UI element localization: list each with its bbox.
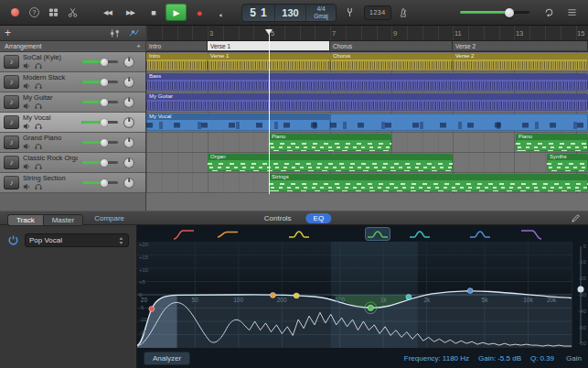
plugin-power-button[interactable] [7, 234, 19, 246]
track-pan-knob[interactable] [123, 178, 134, 189]
eq-band-3-button[interactable] [287, 228, 311, 240]
mute-button[interactable] [23, 103, 30, 110]
volume-thumb[interactable] [101, 59, 108, 66]
timeline-empty-area[interactable] [146, 193, 588, 211]
mute-button[interactable] [23, 183, 30, 190]
track-lane-my-guitar[interactable]: My Guitar [146, 92, 588, 113]
solo-button[interactable] [35, 163, 42, 170]
volume-thumb[interactable] [101, 79, 108, 86]
track-pan-knob[interactable] [123, 97, 134, 108]
tab-master[interactable]: Master [43, 214, 83, 226]
region-organ[interactable]: Organ [208, 154, 453, 171]
track-pan-knob[interactable] [123, 77, 134, 88]
track-volume-slider[interactable] [81, 161, 118, 164]
track-volume-slider[interactable] [81, 81, 118, 83]
forward-button[interactable]: ▶▶ [120, 4, 141, 21]
stop-button[interactable]: ■ [143, 4, 164, 21]
loop-browser-button[interactable] [540, 5, 558, 21]
mixer-button[interactable] [108, 25, 122, 41]
solo-button[interactable] [35, 143, 42, 150]
master-volume-slider[interactable] [460, 5, 529, 21]
cycle-button[interactable] [211, 4, 232, 21]
view-tab-eq[interactable]: EQ [306, 213, 332, 223]
view-tab-controls[interactable]: Controls [257, 213, 299, 223]
playhead[interactable] [269, 29, 270, 194]
media-browser-button[interactable] [563, 5, 581, 21]
region-verse-2[interactable]: Verse 2 [453, 53, 588, 70]
track-header-socal-kyle[interactable]: ♪ SoCal (Kyle) [0, 52, 145, 72]
add-track-button[interactable]: + [5, 27, 11, 38]
track-volume-slider[interactable] [81, 101, 118, 103]
arrangement-marker-verse-2[interactable]: Verse 2 [453, 41, 588, 50]
record-button[interactable]: ● [188, 4, 209, 21]
track-pan-knob[interactable] [123, 117, 134, 128]
solo-button[interactable] [35, 103, 42, 110]
edit-button[interactable] [571, 213, 581, 223]
region[interactable] [330, 114, 588, 131]
solo-button[interactable] [35, 123, 42, 130]
eq-band-1-button[interactable] [172, 228, 196, 240]
region-my-guitar[interactable]: My Guitar [146, 93, 588, 111]
track-lane-socal-kyle[interactable]: IntroVerse 1ChorusVerse 2 [146, 52, 588, 72]
mute-button[interactable] [23, 123, 30, 130]
track-lane-my-vocal[interactable]: My Vocal [146, 113, 588, 133]
quick-help-button[interactable]: ? [25, 5, 44, 21]
volume-thumb[interactable] [101, 159, 108, 167]
region-piano[interactable]: Piano [269, 134, 391, 151]
track-volume-slider[interactable] [81, 141, 118, 144]
eq-band-7-button[interactable] [519, 228, 543, 240]
region-strings[interactable]: Strings [269, 174, 588, 191]
track-header-classic-rock-organ[interactable]: ♪ Classic Rock Organ [0, 153, 145, 173]
eq-output-gain-slider[interactable]: 0-10-20-30-40-50-60 [572, 242, 588, 348]
tuner-button[interactable] [341, 5, 358, 21]
volume-thumb[interactable] [101, 179, 108, 187]
volume-thumb[interactable] [505, 8, 514, 17]
automation-button[interactable] [127, 25, 141, 41]
eq-graph[interactable]: 20501002005001k2k5k10k20k+20+15+10+50-5-… [137, 242, 572, 348]
eq-band-4-button[interactable] [366, 228, 390, 240]
track-lane-classic-rock-organ[interactable]: OrganSynths [146, 153, 588, 173]
play-button[interactable]: ▶ [166, 4, 187, 21]
tab-track[interactable]: Track [7, 214, 43, 226]
volume-thumb[interactable] [101, 139, 108, 146]
track-pan-knob[interactable] [123, 57, 134, 68]
track-pan-knob[interactable] [123, 157, 134, 168]
mute-button[interactable] [23, 163, 30, 170]
region-bass[interactable]: Bass [146, 73, 588, 91]
count-in-button[interactable]: 1234 [364, 5, 391, 20]
analyzer-button[interactable]: Analyzer [144, 352, 190, 365]
editors-button[interactable] [63, 5, 82, 21]
arrangement-marker-intro[interactable]: Intro [146, 41, 208, 50]
close-window-button[interactable] [5, 5, 25, 21]
track-pan-knob[interactable] [123, 137, 134, 148]
track-header-grand-piano[interactable]: ♪ Grand Piano [0, 133, 145, 153]
mute-button[interactable] [23, 82, 30, 90]
track-volume-slider[interactable] [81, 121, 118, 124]
mute-button[interactable] [23, 62, 30, 70]
track-lane-string-section[interactable]: Strings [146, 173, 588, 193]
region-synths[interactable]: Synths [547, 154, 588, 171]
volume-thumb[interactable] [101, 119, 108, 126]
track-lane-grand-piano[interactable]: PianoPiano [146, 133, 588, 153]
eq-band-6-button[interactable] [468, 228, 492, 240]
add-arrangement-button[interactable]: + [136, 42, 141, 50]
time-ruler[interactable]: 3579111315 [146, 26, 588, 41]
track-header-my-guitar[interactable]: ♪ My Guitar [0, 92, 145, 113]
volume-thumb[interactable] [101, 99, 108, 106]
solo-button[interactable] [35, 82, 42, 90]
track-header-string-section[interactable]: ♪ String Section [0, 173, 145, 193]
track-header-modern-stack[interactable]: ♪ Modern Stack [0, 72, 145, 92]
library-button[interactable] [44, 5, 63, 21]
solo-button[interactable] [35, 183, 42, 190]
arrangement-marker-chorus[interactable]: Chorus [330, 41, 453, 50]
compare-button[interactable]: Compare [94, 214, 124, 222]
region-chorus[interactable]: Chorus [330, 53, 453, 70]
mute-button[interactable] [23, 143, 30, 150]
arrangement-track[interactable]: IntroVerse 1ChorusVerse 2 [146, 41, 588, 52]
track-volume-slider[interactable] [81, 60, 118, 63]
rewind-button[interactable]: ◀◀ [97, 4, 118, 21]
eq-band-2-button[interactable] [216, 228, 240, 240]
track-lane-modern-stack[interactable]: Bass [146, 72, 588, 92]
lcd-display[interactable]: 51 130 4/4 Gmaj [241, 4, 337, 22]
preset-selector[interactable]: Pop Vocal [25, 233, 129, 247]
